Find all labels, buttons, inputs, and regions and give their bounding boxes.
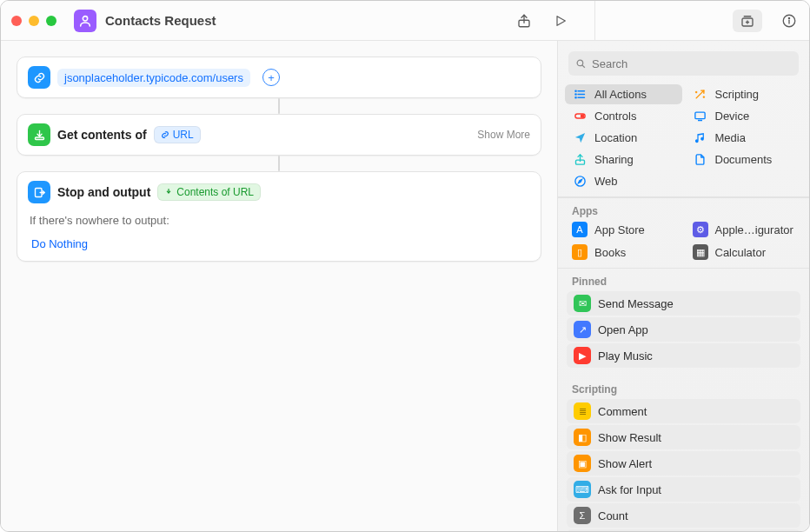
action-icon: ⌨	[574, 481, 591, 498]
doc-icon	[693, 153, 708, 166]
list-icon	[572, 88, 588, 101]
svg-marker-2	[557, 16, 565, 25]
category-documents[interactable]: Documents	[686, 150, 803, 170]
window-title: Contacts Request	[105, 13, 216, 28]
category-label: Location	[594, 131, 637, 144]
category-label: Media	[715, 131, 746, 144]
category-label: Device	[715, 110, 750, 123]
svg-point-0	[83, 16, 87, 20]
action-comment[interactable]: ≣Comment	[567, 399, 800, 423]
zoom-window-button[interactable]	[46, 16, 56, 26]
output-icon	[28, 181, 50, 203]
app-icon: A	[572, 222, 588, 237]
search-field[interactable]	[568, 51, 799, 76]
svg-point-14	[574, 90, 575, 91]
category-sharing[interactable]: Sharing	[565, 150, 682, 170]
titlebar-separator	[594, 1, 595, 41]
search-input[interactable]	[592, 57, 792, 70]
do-nothing-option[interactable]: Do Nothing	[28, 236, 530, 252]
app-label: Calculator	[715, 246, 767, 259]
app-label: Books	[594, 246, 626, 259]
titlebar: Contacts Request	[1, 1, 809, 41]
app-books[interactable]: ▯Books	[565, 242, 682, 263]
action-play-music[interactable]: ▶Play Music	[567, 343, 800, 368]
compass-icon	[572, 175, 588, 188]
scripting-header: Scripting	[558, 376, 809, 397]
action-send-message[interactable]: ✉Send Message	[567, 291, 800, 316]
svg-rect-19	[695, 112, 705, 119]
pinned-list: ✉Send Message↗Open App▶Play Music	[558, 291, 809, 368]
toggle-icon	[572, 110, 588, 123]
app-label: App Store	[594, 223, 645, 236]
category-web[interactable]: Web	[565, 171, 682, 191]
action-open-app[interactable]: ↗Open App	[567, 317, 800, 342]
add-url-button[interactable]: +	[262, 69, 280, 86]
app-apple-igurator[interactable]: ⚙Apple…igurator	[686, 219, 803, 240]
run-button[interactable]	[551, 11, 570, 30]
get-contents-action-card[interactable]: Get contents of URL Show More	[17, 114, 541, 156]
action-show-result[interactable]: ◧Show Result	[567, 425, 800, 449]
app-app-store[interactable]: AApp Store	[565, 219, 682, 240]
apps-section: Apps AApp Store⚙Apple…igurator▯Books▦Cal…	[558, 197, 809, 269]
shortcut-icon	[74, 10, 96, 32]
action-icon: ◧	[574, 429, 591, 446]
window-controls	[11, 16, 56, 26]
workflow-canvas[interactable]: jsonplaceholder.typicode.com/users + Get…	[1, 41, 557, 531]
action-label: Show Alert	[598, 457, 652, 470]
library-toggle-button[interactable]	[733, 10, 762, 32]
device-icon	[693, 110, 708, 123]
svg-point-16	[574, 97, 575, 98]
action-ask-for-input[interactable]: ⌨Ask for Input	[567, 477, 800, 502]
action-label: Count	[598, 509, 628, 522]
category-controls[interactable]: Controls	[565, 106, 682, 126]
app-calculator[interactable]: ▦Calculator	[686, 242, 803, 263]
contents-variable-label: Contents of URL	[176, 186, 254, 198]
url-action-card[interactable]: jsonplaceholder.typicode.com/users +	[17, 57, 541, 98]
close-window-button[interactable]	[11, 16, 22, 26]
action-icon: ✉	[574, 295, 591, 312]
actions-scroll[interactable]: Pinned ✉Send Message↗Open App▶Play Music…	[558, 269, 809, 531]
action-icon: ≣	[574, 402, 591, 420]
category-scripting[interactable]: Scripting	[686, 84, 803, 104]
share-icon	[572, 153, 588, 166]
action-label: Play Music	[598, 349, 653, 362]
action-icon: Σ	[574, 507, 591, 524]
info-button[interactable]	[780, 11, 799, 30]
apps-grid: AApp Store⚙Apple…igurator▯Books▦Calculat…	[558, 219, 809, 268]
category-all-actions[interactable]: All Actions	[565, 84, 682, 104]
category-grid: All ActionsScriptingControlsDeviceLocati…	[558, 83, 809, 197]
download-icon	[28, 123, 50, 146]
svg-line-10	[582, 65, 585, 68]
nowhere-label: If there's nowhere to output:	[30, 214, 528, 227]
category-media[interactable]: Media	[686, 128, 803, 148]
wand-icon	[693, 88, 708, 101]
shortcuts-editor-window: Contacts Request	[0, 0, 810, 532]
action-show-alert[interactable]: ▣Show Alert	[567, 451, 800, 475]
connector-line	[17, 98, 541, 114]
url-variable-pill[interactable]: URL	[154, 126, 201, 143]
action-label: Comment	[598, 405, 647, 418]
category-device[interactable]: Device	[686, 106, 803, 126]
window-body: jsonplaceholder.typicode.com/users + Get…	[1, 41, 809, 531]
show-more-button[interactable]: Show More	[477, 129, 530, 141]
minimize-window-button[interactable]	[29, 16, 39, 26]
app-label: Apple…igurator	[715, 223, 793, 236]
app-icon: ▦	[693, 244, 708, 260]
connector-line	[17, 156, 541, 171]
scripting-list: ≣Comment◧Show Result▣Show Alert⌨Ask for …	[558, 399, 809, 531]
action-choose-from-menu[interactable]: ☰Choose from Menu	[567, 529, 800, 531]
category-location[interactable]: Location	[565, 128, 682, 148]
contents-variable-pill[interactable]: Contents of URL	[157, 183, 261, 201]
library-sidebar: All ActionsScriptingControlsDeviceLocati…	[557, 41, 809, 531]
stop-output-action-card[interactable]: Stop and output Contents of URL If there…	[17, 171, 541, 262]
share-button[interactable]	[515, 11, 534, 30]
apps-header: Apps	[558, 198, 809, 219]
action-label: Open App	[598, 323, 648, 336]
action-label: Send Message	[598, 297, 674, 310]
action-icon: ↗	[574, 321, 591, 338]
svg-rect-7	[35, 137, 43, 140]
stop-output-title: Stop and output	[57, 185, 150, 199]
url-value[interactable]: jsonplaceholder.typicode.com/users	[57, 69, 250, 87]
category-label: Sharing	[594, 153, 634, 166]
action-count[interactable]: ΣCount	[567, 503, 800, 528]
